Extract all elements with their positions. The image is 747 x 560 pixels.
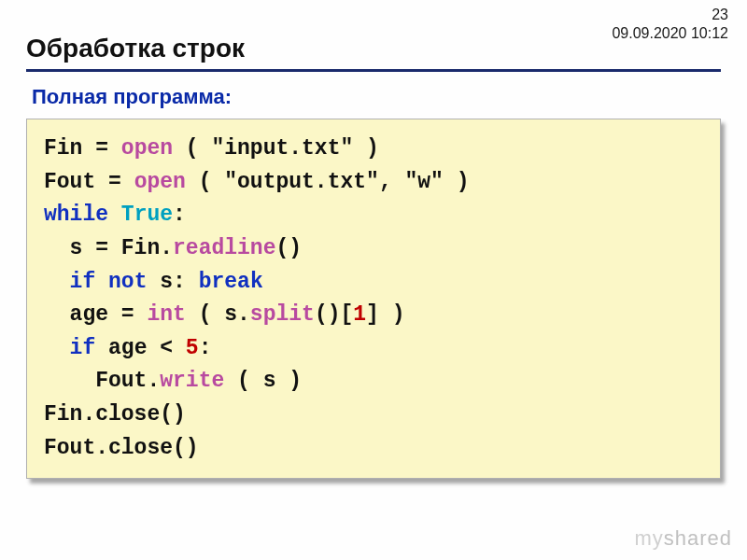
code-text: Fout.: [44, 369, 160, 393]
code-text: s:: [147, 270, 198, 294]
watermark-my: my: [634, 526, 663, 550]
watermark-shared: shared: [664, 526, 732, 550]
code-text: Fin =: [44, 136, 121, 161]
code-text: ()[: [315, 302, 353, 327]
code-keyword-write: write: [160, 369, 224, 393]
code-text: Fout.close(): [44, 436, 199, 460]
code-keyword-open: open: [134, 170, 186, 194]
code-text: :: [199, 336, 212, 360]
code-text: s = Fin.: [44, 236, 173, 260]
code-keyword-if: if: [70, 336, 96, 360]
code-text: [108, 203, 121, 227]
code-text: (): [275, 236, 302, 260]
code-text: ( "input.txt" ): [173, 136, 379, 161]
code-keyword-readline: readline: [173, 236, 275, 260]
slide-meta: 23 09.09.2020 10:12: [612, 6, 728, 43]
code-text: ( s ): [224, 369, 302, 393]
code-keyword-open: open: [121, 136, 173, 161]
code-text: age =: [44, 302, 147, 327]
code-keyword-while: while: [44, 203, 108, 227]
code-text: Fout =: [44, 170, 134, 194]
code-text: ( "output.txt", "w" ): [186, 170, 470, 194]
code-block: Fin = open ( "input.txt" ) Fout = open (…: [26, 119, 721, 479]
code-text: [44, 336, 70, 360]
code-keyword-break: break: [199, 270, 263, 294]
code-text: [95, 270, 108, 294]
watermark: myshared: [634, 526, 732, 551]
code-text: ( s.: [186, 302, 250, 327]
code-keyword-int: int: [147, 302, 185, 327]
code-text: [44, 270, 70, 294]
code-keyword-split: split: [250, 302, 315, 327]
section-subtitle: Полная программа:: [32, 85, 721, 109]
page-number: 23: [612, 6, 728, 24]
code-keyword-true: True: [121, 203, 173, 227]
code-text: Fin.close(): [44, 402, 186, 427]
code-text: ] ): [366, 302, 404, 327]
code-keyword-not: not: [108, 270, 147, 294]
code-text: :: [173, 203, 186, 227]
code-number: 5: [186, 336, 199, 360]
code-text: age <: [95, 336, 186, 360]
code-keyword-if: if: [70, 270, 96, 294]
code-number: 1: [353, 302, 366, 327]
slide-datetime: 09.09.2020 10:12: [612, 24, 728, 43]
